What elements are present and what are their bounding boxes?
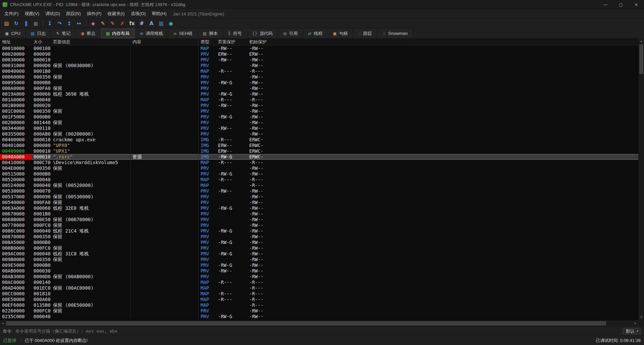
step-over-button[interactable]: ↷ bbox=[55, 19, 64, 28]
patches-button[interactable]: ✎ bbox=[98, 19, 107, 28]
table-row[interactable]: 000950000000B0PRV-RW-G-RW-- bbox=[0, 80, 644, 86]
column-header-2[interactable]: 页面信息 bbox=[51, 38, 130, 46]
table-row[interactable]: 00870000000350保留PRV-RW-- bbox=[0, 234, 644, 240]
table-row[interactable]: 00AD4000001EC0保留 (00AC0000)MAP-R--- bbox=[0, 285, 644, 291]
table-row[interactable]: 00010000000100MAP-RW---RW-- bbox=[0, 46, 644, 51]
table-row[interactable]: 000310000000D0保留 (00030000)PRV-RW-- bbox=[0, 63, 644, 68]
table-row[interactable]: 00520000000040MAP-R----R--- bbox=[0, 177, 644, 183]
table-row[interactable]: 0019A000000060线程 3698 堆栈PRV-RW-G-RW-- bbox=[0, 91, 644, 97]
trace-record-button[interactable]: ◈ bbox=[89, 19, 98, 28]
table-row[interactable]: 008A50000000B0PRV-RW-G-RW-- bbox=[0, 240, 644, 245]
labels-button[interactable]: # bbox=[137, 19, 146, 28]
tab-notes[interactable]: ✎笔记 bbox=[51, 29, 76, 38]
tab-references[interactable]: ◎引用 bbox=[278, 29, 303, 38]
tab-seh-chain[interactable]: ∞SEH链 bbox=[168, 29, 198, 38]
preferences-button[interactable]: ◉ bbox=[166, 19, 175, 28]
menu-item-favourites[interactable]: 收藏夹(I) bbox=[104, 9, 127, 18]
table-row[interactable]: 0235C000000040PRV-RW-G-RW-- bbox=[0, 314, 644, 319]
table-row[interactable]: 0086C000000040线程 21C4 堆栈PRV-RW-G-RW-- bbox=[0, 228, 644, 234]
table-row[interactable]: 001A0000000040MAP-R----R--- bbox=[0, 97, 644, 103]
table-row[interactable]: 000A0000000FA0保留PRV-RW-- bbox=[0, 86, 644, 91]
menu-item-options[interactable]: 选项(O) bbox=[128, 9, 149, 18]
table-row[interactable]: 000400000001B0MAP-R----R--- bbox=[0, 68, 644, 74]
menu-item-file[interactable]: 文件(F) bbox=[1, 9, 22, 18]
tab-source[interactable]: {}源代码 bbox=[247, 29, 278, 38]
table-row[interactable]: 004E0000000350保留PRV-RW-- bbox=[0, 165, 644, 171]
table-row[interactable]: 0063A000000060线程 32E0 堆栈PRV-RW-G-RW-- bbox=[0, 205, 644, 211]
table-row[interactable]: 00540000000FA0保留PRV-RW-- bbox=[0, 200, 644, 205]
table-row[interactable]: 00530000000070PRV-RW---RW-- bbox=[0, 188, 644, 194]
table-row[interactable]: 001B0000000020PRV-RW---RW-- bbox=[0, 103, 644, 108]
tab-script[interactable]: ▤脚本 bbox=[198, 29, 223, 38]
table-row[interactable]: 00355000000AB0保留 (00200000)PRV-RW-- bbox=[0, 131, 644, 137]
comments-button[interactable]: ✎ bbox=[108, 19, 117, 28]
table-row[interactable]: 00524000000040保留 (00520000)MAP-R--- bbox=[0, 183, 644, 188]
tab-memory-map[interactable]: ▦内存布局 bbox=[101, 29, 135, 38]
column-header-4[interactable]: 类型 bbox=[199, 38, 216, 46]
restart-button[interactable]: ↻ bbox=[12, 19, 21, 28]
command-input[interactable] bbox=[15, 328, 620, 335]
strings-button[interactable]: A bbox=[147, 19, 156, 28]
execute-till-return-button[interactable]: ↥ bbox=[65, 19, 74, 28]
table-row[interactable]: 00EF60000135B0保留 (00E50000)MAP-R--- bbox=[0, 302, 644, 308]
maximize-button[interactable]: ▢ bbox=[613, 0, 629, 9]
tab-snowman[interactable]: ☃Snowman bbox=[377, 29, 413, 38]
horizontal-scrollbar[interactable]: ◄ ► bbox=[0, 320, 638, 326]
table-row[interactable]: 009AC000000040线程 31C8 堆栈PRV-RW-G-RW-- bbox=[0, 251, 644, 257]
table-row[interactable]: 00CC0000001810MAP-R----R--- bbox=[0, 291, 644, 297]
scroll-left-icon[interactable]: ◄ bbox=[0, 321, 6, 326]
scroll-down-icon[interactable]: ▼ bbox=[639, 314, 644, 320]
close-button[interactable]: ✕ bbox=[629, 0, 644, 9]
table-row[interactable]: 001F50000000B0PRV-RW-G-RW-- bbox=[0, 114, 644, 120]
table-row[interactable]: 00537000000090保留 (00530000)PRV-RW-- bbox=[0, 194, 644, 200]
table-row[interactable]: 00030000000010PRV-RW---RW-- bbox=[0, 57, 644, 63]
vertical-scrollbar-thumb[interactable] bbox=[639, 44, 643, 74]
table-row[interactable]: 00401000000080"UPX0"IMGERW--ERWC- bbox=[0, 143, 644, 148]
menu-item-debug[interactable]: 调试(D) bbox=[42, 9, 63, 18]
menu-item-trace[interactable]: 跟踪(N) bbox=[63, 9, 84, 18]
column-header-3[interactable]: 内容 bbox=[130, 38, 199, 46]
column-header-1[interactable]: 大小 bbox=[32, 38, 51, 46]
open-file-button[interactable]: ▤ bbox=[2, 19, 11, 28]
table-row[interactable]: 00200000001440保留PRV-RW-- bbox=[0, 120, 644, 126]
tab-cpu[interactable]: ▣CPU bbox=[0, 29, 26, 38]
table-row[interactable]: 009B0000000350保留PRV-RW-- bbox=[0, 257, 644, 262]
table-row[interactable]: 00AB30000000D0保留 (00AB0000)PRV-RW-- bbox=[0, 274, 644, 280]
table-row[interactable]: 00410000000C70\Device\HarddiskVolume5MAP… bbox=[0, 160, 644, 165]
remove-analysis-button[interactable]: ✗ bbox=[118, 19, 127, 28]
table-row[interactable]: 00E50000000A60MAP-R----R--- bbox=[0, 297, 644, 302]
tab-handles[interactable]: ▣句柄 bbox=[328, 29, 353, 38]
scroll-right-icon[interactable]: ► bbox=[633, 321, 638, 326]
tab-log[interactable]: ▤日志 bbox=[26, 29, 51, 38]
vertical-scrollbar[interactable]: ▲ ▼ bbox=[638, 38, 644, 320]
column-header-0[interactable]: 地址 bbox=[0, 38, 32, 46]
menu-item-plugins[interactable]: 插件(P) bbox=[84, 9, 104, 18]
menu-item-view[interactable]: 视图(V) bbox=[22, 9, 42, 18]
table-row[interactable]: 00409000000010"UPX1"IMGERW--ERWC- bbox=[0, 148, 644, 154]
table-row[interactable]: 008B0000000FC0保留PRV-RW-- bbox=[0, 245, 644, 251]
table-row[interactable]: 001C0000000350保留PRV-RW-- bbox=[0, 108, 644, 114]
table-row[interactable]: 00060000000350保留PRV-RW-- bbox=[0, 74, 644, 80]
minimize-button[interactable]: — bbox=[598, 0, 613, 9]
table-row[interactable]: 0040A000000010".rsrc"资源IMG-RW-GERWC- bbox=[0, 154, 644, 160]
table-row[interactable]: 02260000000FC0保留PRV-RW-- bbox=[0, 308, 644, 314]
column-header-5[interactable]: 页面保护 bbox=[216, 38, 247, 46]
table-row[interactable]: 00770000000FC0保留PRV-RW-- bbox=[0, 223, 644, 228]
run-to-user-code-button[interactable]: ↦ bbox=[74, 19, 84, 28]
log-window-button[interactable]: ▥ bbox=[157, 19, 166, 28]
table-row[interactable]: 00AC0000000140MAP-R----R--- bbox=[0, 280, 644, 285]
scroll-up-icon[interactable]: ▲ bbox=[639, 38, 644, 44]
stop-button[interactable]: ■ bbox=[31, 19, 40, 28]
table-row[interactable]: 006700000001B0PRV-RW-- bbox=[0, 211, 644, 217]
tab-breakpoints[interactable]: ●断点 bbox=[76, 29, 101, 38]
pause-button[interactable]: ∥ bbox=[21, 19, 31, 28]
table-row[interactable]: 00344000000110PRV-RW---RW-- bbox=[0, 126, 644, 131]
tab-symbols[interactable]: Σ符号 bbox=[223, 29, 247, 38]
table-row[interactable]: 00AB0000000030PRV-RW---RW-- bbox=[0, 268, 644, 274]
tab-trace[interactable]: ∴跟踪 bbox=[353, 29, 377, 38]
command-profile-select[interactable]: 默认 ▾ bbox=[623, 328, 641, 335]
tab-threads[interactable]: ⇄线程 bbox=[303, 29, 328, 38]
menu-item-help[interactable]: 帮助(H) bbox=[149, 9, 169, 18]
column-header-6[interactable]: 初始保护 bbox=[247, 38, 644, 46]
table-row[interactable]: 00020000000090PRVERW--ERW-- bbox=[0, 51, 644, 57]
